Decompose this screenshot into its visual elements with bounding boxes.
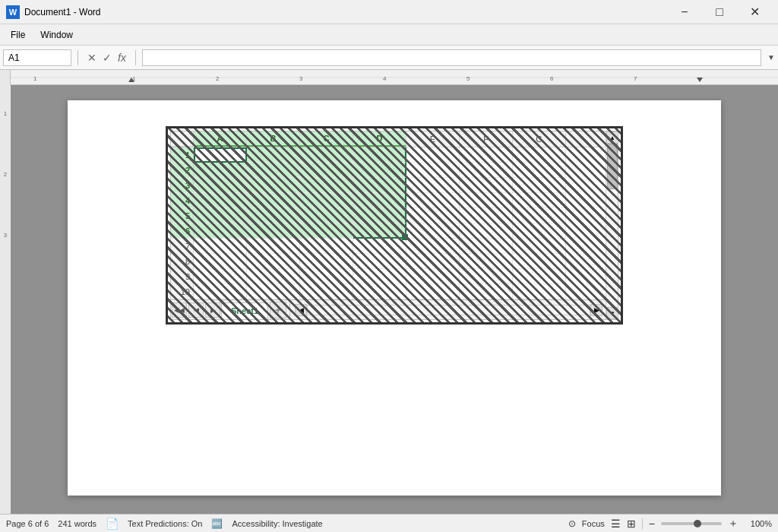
view-icon-2[interactable]: ⊞ [627,518,636,530]
cell-e5[interactable] [406,208,460,223]
cell-g5[interactable] [513,208,566,223]
cell-d5[interactable] [353,208,406,223]
cell-a1[interactable] [194,147,247,163]
zoom-out-icon[interactable]: − [649,518,655,530]
cell-d3[interactable] [353,178,406,193]
cell-b7[interactable] [247,239,300,254]
cell-f7[interactable] [460,239,513,254]
formula-expand-icon[interactable]: ▼ [767,53,775,62]
cell-a7[interactable] [194,239,247,254]
zoom-slider[interactable] [661,522,722,525]
sheet-tab-sheet1[interactable]: Sheet1 [221,302,268,319]
cell-f8[interactable] [460,254,513,269]
maximize-button[interactable]: □ [702,0,737,24]
cell-b5[interactable] [247,208,300,223]
cell-b4[interactable] [247,193,300,208]
scroll-up-button[interactable]: ▲ [606,131,618,144]
cell-g2[interactable] [513,163,566,178]
cell-f10[interactable] [460,284,513,299]
row-num-7[interactable]: 7 [171,239,194,254]
cell-c7[interactable] [300,239,353,254]
cell-a10[interactable] [194,284,247,299]
function-icon[interactable]: fx [118,52,126,64]
col-header-f[interactable]: F [460,131,513,147]
cell-e3[interactable] [406,178,460,193]
cell-f1[interactable] [460,147,513,163]
sheet-nav-first[interactable]: ◀◀ [172,302,187,318]
cell-e1[interactable] [406,147,460,163]
cell-f4[interactable] [460,193,513,208]
close-button[interactable]: ✕ [737,0,772,24]
col-header-c[interactable]: C [300,131,353,147]
formula-input[interactable] [142,49,761,66]
col-header-b[interactable]: B [247,131,300,147]
row-num-5[interactable]: 5 [171,208,194,223]
cell-d6[interactable] [353,223,406,239]
cancel-icon[interactable]: ✕ [87,52,96,64]
sheet-add-button[interactable]: ＋ [270,302,286,318]
menu-window[interactable]: Window [33,27,81,43]
focus-label[interactable]: Focus [582,519,605,528]
excel-embedded-container[interactable]: A B C D E F G 1 [170,131,618,320]
cell-a3[interactable] [194,178,247,193]
cell-e2[interactable] [406,163,460,178]
cell-e6[interactable] [406,223,460,239]
cell-c2[interactable] [300,163,353,178]
cell-f3[interactable] [460,178,513,193]
cell-g4[interactable] [513,193,566,208]
accessibility[interactable]: Accessibility: Investigate [232,519,322,528]
row-num-3[interactable]: 3 [171,178,194,193]
cell-d9[interactable] [353,269,406,284]
language-icon[interactable]: 🔤 [211,518,223,529]
cell-d1[interactable] [353,147,406,163]
cell-a4[interactable] [194,193,247,208]
cell-d7[interactable] [353,239,406,254]
col-header-d[interactable]: D [353,131,406,147]
cell-g8[interactable] [513,254,566,269]
cell-c1[interactable] [300,147,353,163]
col-header-a[interactable]: A [194,131,247,147]
row-num-4[interactable]: 4 [171,193,194,208]
selection-handle[interactable] [402,234,408,240]
cell-c9[interactable] [300,269,353,284]
row-num-10[interactable]: 10 [171,284,194,299]
row-num-8[interactable]: 8 [171,254,194,269]
scroll-track[interactable] [606,144,618,307]
row-num-2[interactable]: 2 [171,163,194,178]
horiz-scroll-track[interactable] [307,305,590,315]
cell-d4[interactable] [353,193,406,208]
cell-b9[interactable] [247,269,300,284]
text-predictions[interactable]: Text Predictions: On [128,519,202,528]
cell-e10[interactable] [406,284,460,299]
row-num-6[interactable]: 6 [171,223,194,239]
cell-g6[interactable] [513,223,566,239]
cell-g7[interactable] [513,239,566,254]
vertical-scrollbar[interactable]: ▲ ▼ [606,131,618,319]
row-num-1[interactable]: 1 [171,147,194,163]
sheet-nav-next[interactable]: ▶ [205,302,220,318]
cell-b6[interactable] [247,223,300,239]
cell-a6[interactable] [194,223,247,239]
document-check-icon[interactable]: 📄 [106,518,119,530]
confirm-icon[interactable]: ✓ [103,52,112,64]
cell-g10[interactable] [513,284,566,299]
cell-a5[interactable] [194,208,247,223]
view-icon-1[interactable]: ☰ [611,518,621,530]
cell-c8[interactable] [300,254,353,269]
scroll-down-button[interactable]: ▼ [606,307,618,319]
row-num-9[interactable]: 9 [171,269,194,284]
minimize-button[interactable]: − [667,0,702,24]
cell-d10[interactable] [353,284,406,299]
menu-file[interactable]: File [3,27,33,43]
cell-f5[interactable] [460,208,513,223]
cell-c10[interactable] [300,284,353,299]
col-header-e[interactable]: E [406,131,460,147]
cell-a2[interactable] [194,163,247,178]
cell-b3[interactable] [247,178,300,193]
cell-e8[interactable] [406,254,460,269]
cell-b10[interactable] [247,284,300,299]
cell-a9[interactable] [194,269,247,284]
cell-f6[interactable] [460,223,513,239]
cell-d8[interactable] [353,254,406,269]
cell-e7[interactable] [406,239,460,254]
